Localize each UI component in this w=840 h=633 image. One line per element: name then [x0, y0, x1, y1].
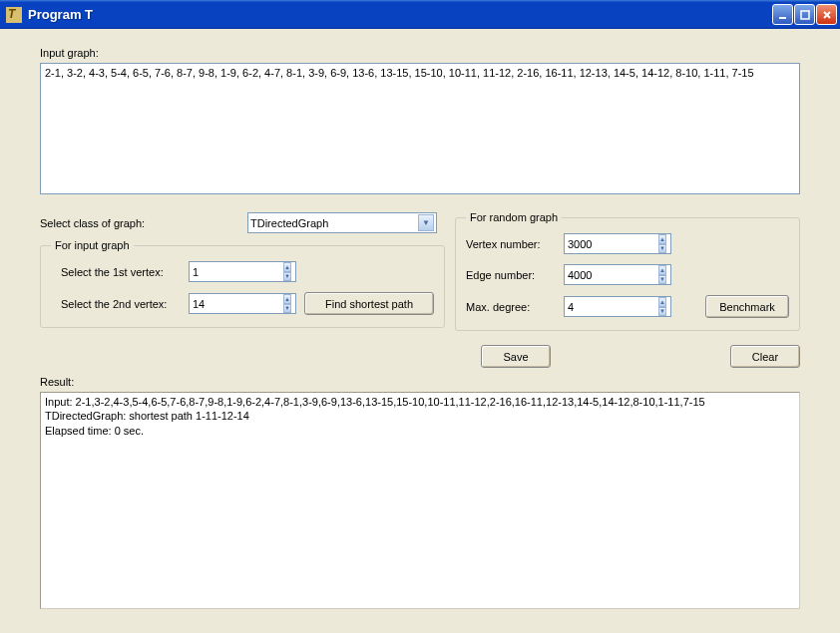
max-degree-label: Max. degree: [466, 301, 556, 313]
edge-number-spinner[interactable]: ▲▼ [564, 264, 671, 285]
window-title: Program T [28, 7, 772, 22]
spin-up-icon[interactable]: ▲ [283, 262, 291, 272]
benchmark-button[interactable]: Benchmark [705, 295, 789, 318]
edge-number-input[interactable] [565, 265, 654, 284]
vertex2-label: Select the 2nd vertex: [61, 298, 181, 310]
input-graph-legend: For input graph [51, 239, 134, 251]
vertex1-label: Select the 1st vertex: [61, 266, 181, 278]
input-graph-fieldset: For input graph Select the 1st vertex: ▲… [40, 239, 445, 328]
svg-rect-1 [801, 11, 809, 19]
result-label: Result: [40, 376, 800, 388]
result-textarea[interactable]: Input: 2-1,3-2,4-3,5-4,6-5,7-6,8-7,9-8,1… [40, 392, 800, 609]
close-icon [822, 10, 832, 20]
spin-up-icon[interactable]: ▲ [658, 234, 666, 244]
max-degree-spinner[interactable]: ▲▼ [564, 296, 671, 317]
result-line: Elapsed time: 0 sec. [45, 424, 795, 438]
random-graph-fieldset: For random graph Vertex number: ▲▼ Edge … [455, 211, 800, 331]
maximize-button[interactable] [794, 4, 815, 25]
save-button[interactable]: Save [481, 345, 551, 368]
vertex-number-spinner[interactable]: ▲▼ [564, 233, 671, 254]
input-graph-label: Input graph: [40, 47, 800, 59]
clear-button[interactable]: Clear [730, 345, 800, 368]
spin-down-icon[interactable]: ▼ [658, 275, 666, 285]
result-line: TDirectedGraph: shortest path 1-11-12-14 [45, 409, 795, 423]
spin-down-icon[interactable]: ▼ [658, 244, 666, 254]
minimize-button[interactable] [772, 4, 793, 25]
titlebar: Program T [0, 0, 840, 29]
random-graph-legend: For random graph [466, 211, 562, 223]
spin-up-icon[interactable]: ▲ [658, 265, 666, 275]
window-controls [772, 4, 837, 25]
spin-up-icon[interactable]: ▲ [283, 294, 291, 304]
maximize-icon [800, 10, 810, 20]
close-button[interactable] [816, 4, 837, 25]
minimize-icon [778, 10, 788, 20]
graph-class-combo[interactable]: TDirectedGraph ▼ [247, 212, 437, 233]
svg-rect-0 [779, 17, 786, 19]
edge-number-label: Edge number: [466, 269, 556, 281]
vertex2-input[interactable] [190, 294, 279, 313]
spin-up-icon[interactable]: ▲ [658, 297, 666, 307]
graph-class-label: Select class of graph: [40, 217, 239, 229]
graph-class-value: TDirectedGraph [250, 217, 328, 229]
app-icon [6, 7, 22, 23]
spin-down-icon[interactable]: ▼ [283, 272, 291, 282]
content-area: Input graph: 2-1, 3-2, 4-3, 5-4, 6-5, 7-… [0, 29, 840, 633]
find-shortest-path-button[interactable]: Find shortest path [304, 292, 434, 315]
result-line: Input: 2-1,3-2,4-3,5-4,6-5,7-6,8-7,9-8,1… [45, 395, 795, 409]
vertex1-input[interactable] [190, 262, 279, 281]
max-degree-input[interactable] [565, 297, 654, 316]
vertex-number-input[interactable] [565, 234, 654, 253]
spin-down-icon[interactable]: ▼ [283, 304, 291, 314]
vertex2-spinner[interactable]: ▲▼ [189, 293, 296, 314]
vertex1-spinner[interactable]: ▲▼ [189, 261, 296, 282]
chevron-down-icon: ▼ [418, 214, 434, 231]
input-graph-textarea[interactable]: 2-1, 3-2, 4-3, 5-4, 6-5, 7-6, 8-7, 9-8, … [40, 63, 800, 194]
spin-down-icon[interactable]: ▼ [658, 307, 666, 317]
vertex-number-label: Vertex number: [466, 238, 556, 250]
